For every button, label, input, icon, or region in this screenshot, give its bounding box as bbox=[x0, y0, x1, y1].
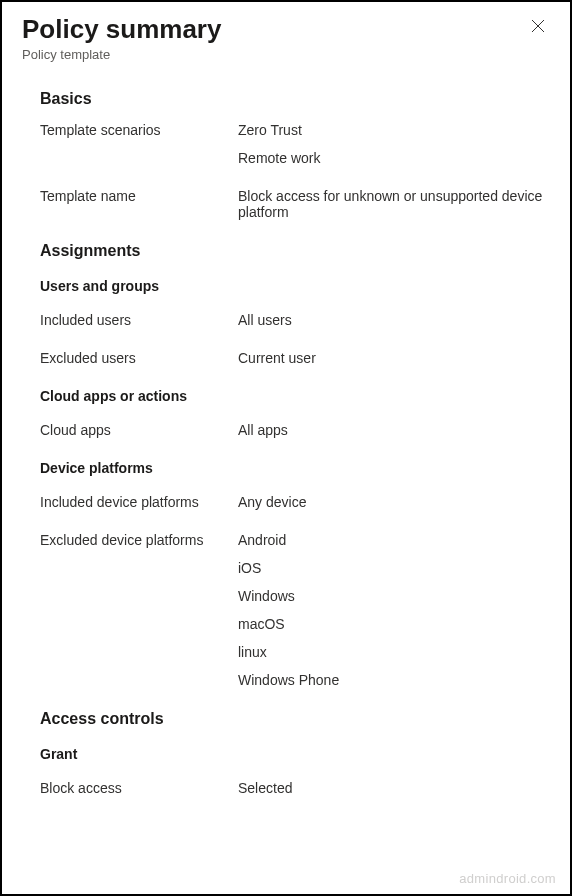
value-item: macOS bbox=[238, 616, 550, 632]
close-button[interactable] bbox=[526, 14, 550, 38]
row-template-scenarios: Template scenarios Zero Trust Remote wor… bbox=[40, 122, 550, 166]
value-item: Block access for unknown or unsupported … bbox=[238, 188, 550, 220]
value-item: Windows bbox=[238, 588, 550, 604]
label-template-scenarios: Template scenarios bbox=[40, 122, 238, 166]
label-excluded-users: Excluded users bbox=[40, 350, 238, 366]
row-block-access: Block access Selected bbox=[40, 780, 550, 796]
value-item: Windows Phone bbox=[238, 672, 550, 688]
row-template-name: Template name Block access for unknown o… bbox=[40, 188, 550, 220]
subsection-device-platforms: Device platforms bbox=[40, 460, 550, 476]
section-access-controls-heading: Access controls bbox=[40, 710, 550, 728]
panel-subtitle: Policy template bbox=[22, 47, 550, 62]
value-item: Android bbox=[238, 532, 550, 548]
value-item: Remote work bbox=[238, 150, 550, 166]
section-basics-heading: Basics bbox=[40, 90, 550, 108]
subsection-cloud-apps: Cloud apps or actions bbox=[40, 388, 550, 404]
policy-summary-panel: Policy summary Policy template Basics Te… bbox=[2, 2, 570, 894]
label-block-access: Block access bbox=[40, 780, 238, 796]
panel-header: Policy summary Policy template bbox=[22, 14, 550, 62]
panel-content: Basics Template scenarios Zero Trust Rem… bbox=[22, 90, 550, 796]
value-template-scenarios: Zero Trust Remote work bbox=[238, 122, 550, 166]
row-excluded-platforms: Excluded device platforms Android iOS Wi… bbox=[40, 532, 550, 688]
subsection-users-groups: Users and groups bbox=[40, 278, 550, 294]
value-excluded-platforms: Android iOS Windows macOS linux Windows … bbox=[238, 532, 550, 688]
value-item: Current user bbox=[238, 350, 550, 366]
value-excluded-users: Current user bbox=[238, 350, 550, 366]
label-excluded-platforms: Excluded device platforms bbox=[40, 532, 238, 688]
value-block-access: Selected bbox=[238, 780, 550, 796]
label-included-platforms: Included device platforms bbox=[40, 494, 238, 510]
section-assignments-heading: Assignments bbox=[40, 242, 550, 260]
label-included-users: Included users bbox=[40, 312, 238, 328]
watermark: admindroid.com bbox=[459, 871, 556, 886]
value-item: All users bbox=[238, 312, 550, 328]
value-template-name: Block access for unknown or unsupported … bbox=[238, 188, 550, 220]
label-cloud-apps: Cloud apps bbox=[40, 422, 238, 438]
panel-title: Policy summary bbox=[22, 14, 550, 45]
row-excluded-users: Excluded users Current user bbox=[40, 350, 550, 366]
row-included-users: Included users All users bbox=[40, 312, 550, 328]
value-item: linux bbox=[238, 644, 550, 660]
value-included-users: All users bbox=[238, 312, 550, 328]
value-item: Any device bbox=[238, 494, 550, 510]
row-included-platforms: Included device platforms Any device bbox=[40, 494, 550, 510]
value-cloud-apps: All apps bbox=[238, 422, 550, 438]
value-item: Zero Trust bbox=[238, 122, 550, 138]
row-cloud-apps: Cloud apps All apps bbox=[40, 422, 550, 438]
subsection-grant: Grant bbox=[40, 746, 550, 762]
value-item: All apps bbox=[238, 422, 550, 438]
value-item: Selected bbox=[238, 780, 550, 796]
label-template-name: Template name bbox=[40, 188, 238, 220]
value-item: iOS bbox=[238, 560, 550, 576]
value-included-platforms: Any device bbox=[238, 494, 550, 510]
close-icon bbox=[531, 19, 545, 33]
